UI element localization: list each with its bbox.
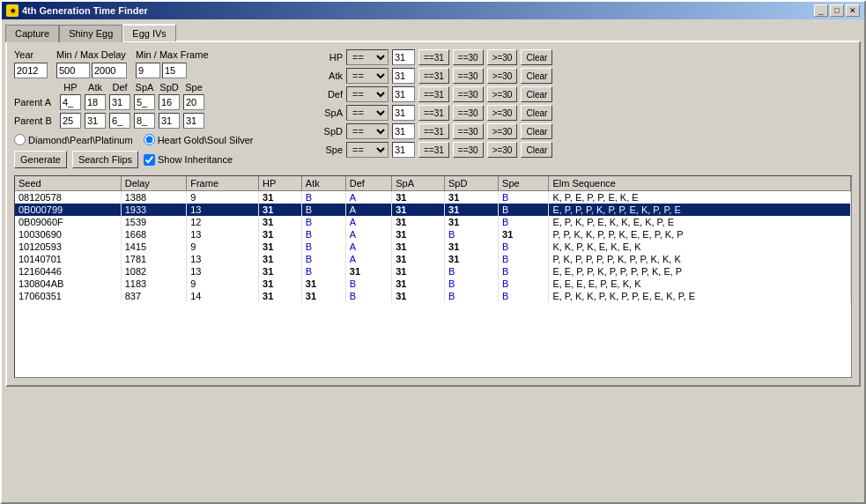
iv-eq31-hp[interactable]: ==31 xyxy=(418,49,449,65)
cell-def: 31 xyxy=(345,265,391,278)
cell-elm: E, P, P, P, K, P, P, E, K, P, P, E xyxy=(549,204,851,216)
iv-gte30-spd[interactable]: >=30 xyxy=(487,123,518,139)
table-row[interactable]: 1216044610821331B3131BBE, E, P, P, K, P,… xyxy=(15,265,851,278)
close-button[interactable]: ✕ xyxy=(846,4,860,17)
cell-frame: 13 xyxy=(187,253,259,265)
iv-operator-spa[interactable]: == != <= >= < > xyxy=(346,105,389,121)
iv-value-def[interactable] xyxy=(392,86,415,102)
iv-value-spd[interactable] xyxy=(392,123,415,139)
tab-egg-ivs[interactable]: Egg IVs xyxy=(122,24,176,41)
cell-frame: 13 xyxy=(187,228,259,241)
year-input[interactable] xyxy=(14,63,48,78)
iv-clear-spa[interactable]: Clear xyxy=(521,105,552,121)
search-flips-button[interactable]: Search Flips xyxy=(72,151,138,168)
iv-eq31-atk[interactable]: ==31 xyxy=(418,68,449,84)
iv-value-atk[interactable] xyxy=(392,68,415,84)
parent-b-spa[interactable] xyxy=(134,113,155,129)
table-row[interactable]: 1003069016681331BA31B31P, P, K, K, P, P,… xyxy=(15,228,851,241)
iv-clear-hp[interactable]: Clear xyxy=(521,49,552,65)
parent-b-def[interactable] xyxy=(109,113,130,129)
spd-col-label: SpD xyxy=(159,82,180,93)
parent-b-spe[interactable] xyxy=(183,113,204,129)
iv-eq30-spa[interactable]: ==30 xyxy=(453,105,484,121)
iv-operator-spd[interactable]: == != <= >= < > xyxy=(346,123,389,139)
cell-delay: 1933 xyxy=(121,204,187,216)
iv-eq31-def[interactable]: ==31 xyxy=(418,86,449,102)
radio-hgss-label: Heart Gold\Soul Silver xyxy=(158,135,254,145)
iv-clear-spe[interactable]: Clear xyxy=(521,142,552,158)
iv-eq31-spe[interactable]: ==31 xyxy=(418,142,449,158)
iv-gte30-spe[interactable]: >=30 xyxy=(487,142,518,158)
parent-b-atk[interactable] xyxy=(85,113,106,129)
iv-eq31-spd[interactable]: ==31 xyxy=(418,123,449,139)
tab-capture[interactable]: Capture xyxy=(5,25,59,42)
iv-value-hp[interactable] xyxy=(392,49,415,65)
table-row[interactable]: 0B00079919331331BA3131BE, P, P, P, K, P,… xyxy=(15,204,851,216)
parent-a-def[interactable] xyxy=(109,94,130,110)
parent-a-atk[interactable] xyxy=(85,94,106,110)
table-row[interactable]: 1014070117811331BA3131BP, K, P, P, P, P,… xyxy=(15,253,851,265)
table-row[interactable]: 17060351837143131B31BBE, P, K, K, P, K, … xyxy=(15,290,851,302)
col-spd: SpD xyxy=(445,176,499,191)
maximize-button[interactable]: □ xyxy=(830,4,844,17)
show-inheritance-label[interactable]: Show Inheritance xyxy=(144,154,233,166)
iv-gte30-hp[interactable]: >=30 xyxy=(487,49,518,65)
iv-gte30-spa[interactable]: >=30 xyxy=(487,105,518,121)
frame-label: Min / Max Frame xyxy=(136,49,209,60)
table-row[interactable]: 130804AB118393131B31BBE, E, E, E, P, E, … xyxy=(15,278,851,290)
cell-def: A xyxy=(345,253,391,265)
def-col-label: Def xyxy=(109,82,130,93)
iv-clear-spd[interactable]: Clear xyxy=(521,123,552,139)
generate-button[interactable]: Generate xyxy=(14,151,67,168)
show-inheritance-checkbox[interactable] xyxy=(144,154,155,166)
cell-spe: B xyxy=(499,241,549,253)
iv-value-spe[interactable] xyxy=(392,142,415,158)
iv-clear-def[interactable]: Clear xyxy=(521,86,552,102)
iv-value-spa[interactable] xyxy=(392,105,415,121)
iv-gte30-atk[interactable]: >=30 xyxy=(487,68,518,84)
radio-dpp-label: Diamond\Pearl\Platinum xyxy=(28,135,133,145)
radio-hgss[interactable]: Heart Gold\Soul Silver xyxy=(144,134,254,145)
iv-operator-atk[interactable]: == != <= >= < > xyxy=(346,68,389,84)
cell-def: B xyxy=(345,278,391,290)
iv-eq30-spd[interactable]: ==30 xyxy=(453,123,484,139)
iv-clear-atk[interactable]: Clear xyxy=(521,68,552,84)
iv-operator-hp[interactable]: == != <= >= < > xyxy=(346,49,389,65)
iv-eq30-def[interactable]: ==30 xyxy=(453,86,484,102)
max-frame-input[interactable] xyxy=(162,63,187,78)
iv-stat-label-def: Def xyxy=(321,89,343,100)
parent-a-hp[interactable] xyxy=(60,94,81,110)
iv-eq31-spa[interactable]: ==31 xyxy=(418,105,449,121)
iv-eq30-atk[interactable]: ==30 xyxy=(453,68,484,84)
radio-dpp[interactable]: Diamond\Pearl\Platinum xyxy=(14,134,133,145)
min-delay-input[interactable] xyxy=(56,63,90,78)
iv-eq30-hp[interactable]: ==30 xyxy=(453,49,484,65)
cell-hp: 31 xyxy=(259,191,302,204)
iv-operator-spe[interactable]: == != <= >= < > xyxy=(346,142,389,158)
minimize-button[interactable]: _ xyxy=(814,4,828,17)
table-row[interactable]: 0B09060F15391231BA3131BE, P, K, P, E, K,… xyxy=(15,216,851,228)
iv-gte30-def[interactable]: >=30 xyxy=(487,86,518,102)
parent-a-spd[interactable] xyxy=(159,94,180,110)
radio-hgss-input[interactable] xyxy=(144,134,155,145)
results-area[interactable]: Seed Delay Frame HP Atk Def SpA SpD Spe … xyxy=(14,175,852,378)
iv-eq30-spe[interactable]: ==30 xyxy=(453,142,484,158)
table-row[interactable]: 101205931415931BA3131BK, K, P, K, E, K, … xyxy=(15,241,851,253)
iv-operator-def[interactable]: == != <= >= < > xyxy=(346,86,389,102)
cell-def: A xyxy=(345,204,391,216)
parent-b-spd[interactable] xyxy=(159,113,180,129)
min-frame-input[interactable] xyxy=(136,63,160,78)
cell-spd: B xyxy=(445,228,499,241)
iv-row-spa: SpA == != <= >= < > ==31 ==30 >=30 Clear xyxy=(321,105,852,121)
max-delay-input[interactable] xyxy=(92,63,127,78)
parent-a-spe[interactable] xyxy=(183,94,204,110)
spa-col-label: SpA xyxy=(134,82,155,93)
table-row[interactable]: 081205781388931BA3131BK, P, E, P, P, E, … xyxy=(15,191,851,204)
iv-stat-label-spa: SpA xyxy=(321,107,343,118)
parent-b-hp[interactable] xyxy=(60,113,81,129)
tab-shiny-egg[interactable]: Shiny Egg xyxy=(59,25,122,42)
col-spa: SpA xyxy=(392,176,445,191)
cell-def: A xyxy=(345,191,391,204)
radio-dpp-input[interactable] xyxy=(14,134,26,145)
parent-a-spa[interactable] xyxy=(134,94,155,110)
